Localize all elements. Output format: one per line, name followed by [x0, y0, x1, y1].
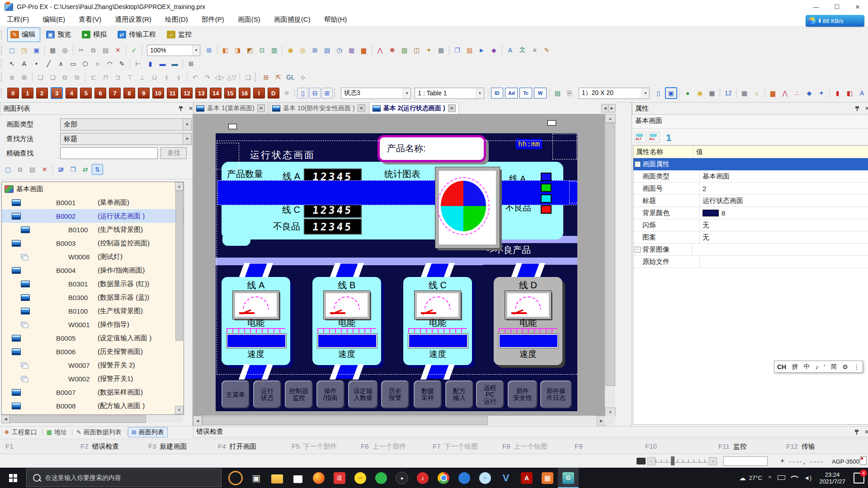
canvas-tab-2[interactable]: 基本 10(部件安全性画面 )✕	[269, 102, 368, 114]
scroll-right-icon[interactable]: ▶	[597, 416, 606, 426]
red-lamp-icon[interactable]: ▮	[832, 88, 843, 99]
tag-button-Ad[interactable]: Ad	[505, 88, 518, 99]
tower-lamp-icon[interactable]: ◧	[844, 88, 855, 99]
preview-screen-icon[interactable]: 🖳	[55, 164, 66, 175]
menu-item-4[interactable]: 通用设置(R)	[108, 14, 158, 26]
design-handle[interactable]	[228, 124, 237, 129]
tree-item-W0008[interactable]: W0008(测试灯)	[2, 250, 184, 263]
scroll-left-icon[interactable]: ◀	[1, 415, 10, 423]
recipe-part-icon[interactable]: ◫	[411, 45, 422, 56]
design-nav-button-1[interactable]: 主菜单	[222, 380, 250, 408]
tree-item-B0005[interactable]: B0005(设定值输入画面 )	[2, 331, 184, 345]
scatter-chart-icon[interactable]: ∴	[792, 88, 803, 99]
design-nav-button-4[interactable]: 操作 /指南	[316, 380, 344, 408]
mesh-icon[interactable]: ▦	[739, 88, 750, 99]
design-nav-button-7[interactable]: 数据 采样	[414, 380, 442, 408]
zoom-level-dropdown[interactable]: 100%▼	[147, 45, 200, 56]
property-row-画面属性[interactable]: −画面属性	[633, 158, 868, 170]
search-method-dropdown[interactable]: 标题▼	[60, 133, 192, 145]
state-button-I[interactable]: I	[253, 88, 265, 99]
weather-temp[interactable]: 27°C	[749, 474, 762, 481]
ime-item-8[interactable]: ⋮	[851, 363, 863, 371]
taskbar-blue-app[interactable]	[454, 468, 475, 488]
language-change-icon[interactable]: 文	[517, 45, 528, 56]
property-row-画面号[interactable]: 画面号2	[633, 183, 868, 195]
state-button-0[interactable]: 0	[7, 88, 19, 99]
all-parts-icon[interactable]: ALL	[648, 132, 660, 143]
tree-item-B0100[interactable]: B0100(生产线背景图)	[2, 304, 184, 318]
error-check-icon[interactable]: ✓	[128, 45, 140, 56]
scroll-up-icon[interactable]: ▲	[175, 182, 184, 191]
taskbar-store[interactable]	[288, 468, 308, 488]
bulb-icon[interactable]: ◉	[694, 88, 706, 99]
align-top-icon[interactable]: ⊤	[124, 72, 136, 83]
print-preview-icon[interactable]: ◎	[59, 45, 71, 56]
picture-display-icon[interactable]: ▧	[464, 45, 475, 56]
state-button-11[interactable]: 11	[167, 88, 179, 99]
distribute-v-icon[interactable]: ⫳	[173, 72, 184, 83]
fkey-F6[interactable]: F6上一个部件	[361, 442, 406, 451]
exact-find-input[interactable]	[60, 147, 158, 159]
tree-item-B0006[interactable]: B0006(历史报警画面)	[2, 345, 184, 358]
collapse-icon[interactable]: −	[635, 247, 641, 253]
scroll-down-icon[interactable]: ▼	[605, 408, 616, 417]
state-button-7[interactable]: 7	[109, 88, 121, 99]
state-button-10[interactable]: 10	[152, 88, 164, 99]
line-chart-icon[interactable]: ⋀	[779, 88, 791, 99]
delete-icon[interactable]: ✕	[112, 45, 123, 56]
numeric-display-icon[interactable]: ⊞	[309, 45, 321, 56]
scroll-left-icon[interactable]: ◀	[193, 416, 202, 426]
state-button-8[interactable]: 8	[123, 88, 135, 99]
close-panel-icon[interactable]: ✕	[863, 105, 868, 112]
area-chart-icon[interactable]: ◆	[804, 88, 815, 99]
zoom-slider-track[interactable]	[656, 460, 708, 463]
taskbar-firefox[interactable]	[308, 468, 329, 488]
alt-parts-icon[interactable]: ALT	[634, 132, 646, 143]
bottom-tab-画面列表[interactable]: ⊞画面列表	[128, 427, 168, 437]
close-panel-icon[interactable]: ✕	[863, 428, 868, 436]
design-nav-button-2[interactable]: 运行 状态	[253, 380, 281, 408]
ime-item-2[interactable]: 拼	[789, 363, 801, 371]
property-row-背景图像[interactable]: −背景图像	[633, 244, 868, 256]
network-speed-widget[interactable]: ⬇ 86 KB/s	[806, 15, 864, 27]
paste-screen-icon[interactable]: ▤	[27, 164, 38, 175]
tag-button-W[interactable]: W	[534, 88, 547, 99]
function-switch-icon[interactable]: ◩	[244, 45, 255, 56]
change-order-icon[interactable]: ⇅	[92, 164, 103, 175]
window-split-h-icon[interactable]: ⊟	[309, 88, 321, 99]
fit-screen-icon[interactable]: ⊞	[203, 45, 215, 56]
state-name-dropdown[interactable]: 状态3▼	[341, 88, 411, 99]
pin-icon[interactable]	[854, 105, 861, 112]
notification-center-icon[interactable]: 4	[850, 468, 868, 488]
bottom-tab-地址[interactable]: ▦地址	[43, 427, 70, 437]
taskbar-task-view[interactable]: ▣	[246, 468, 267, 488]
taskbar-orange-grid[interactable]: ▦	[537, 468, 558, 488]
group-icon[interactable]: ⧈	[6, 72, 18, 83]
polygon-tool-icon[interactable]: ⬠	[80, 58, 91, 69]
ungroup-icon[interactable]: ⊞	[19, 72, 30, 83]
start-button[interactable]	[0, 468, 26, 488]
state-button-9[interactable]: 9	[138, 88, 150, 99]
state-button-14[interactable]: 14	[210, 88, 222, 99]
tree-item-B0003[interactable]: B0003(控制器监控画面)	[2, 236, 184, 250]
ball-icon[interactable]: ●	[682, 88, 693, 99]
taskbar-search-box[interactable]: 在这里输入你要搜索的内容	[26, 469, 222, 487]
flip-h-icon[interactable]: ◁▷	[214, 72, 225, 83]
menu-item-5[interactable]: 绘图(D)	[158, 14, 195, 26]
taskbar-listary[interactable]	[225, 468, 246, 488]
design-nav-button-8[interactable]: 配方 输入	[445, 380, 473, 408]
property-row-图案[interactable]: 图案无	[633, 231, 868, 244]
ime-item-4[interactable]: ♪	[812, 363, 821, 371]
selector-switch-icon[interactable]: ▥	[269, 45, 280, 56]
tree-item-B0300[interactable]: B0300(数据显示器 (蓝))	[2, 291, 184, 304]
guide-lines-icon[interactable]: ⊞	[260, 72, 272, 83]
menu-item-7[interactable]: 画面(S)	[231, 14, 267, 26]
new-screen-icon[interactable]: ▢	[6, 45, 18, 56]
fkey-F8[interactable]: F8上一个绘图	[502, 442, 548, 451]
taskbar-smiley[interactable]: ᵕᵕ	[350, 468, 371, 488]
screen-type-dropdown[interactable]: 全部▼	[60, 118, 192, 131]
operation-log-icon[interactable]: ▩	[435, 45, 447, 56]
fkey-F3[interactable]: F3新建画面	[148, 442, 187, 451]
design-nav-button-3[interactable]: 控制器 监控	[285, 380, 313, 408]
collapse-icon[interactable]: −	[635, 161, 641, 167]
